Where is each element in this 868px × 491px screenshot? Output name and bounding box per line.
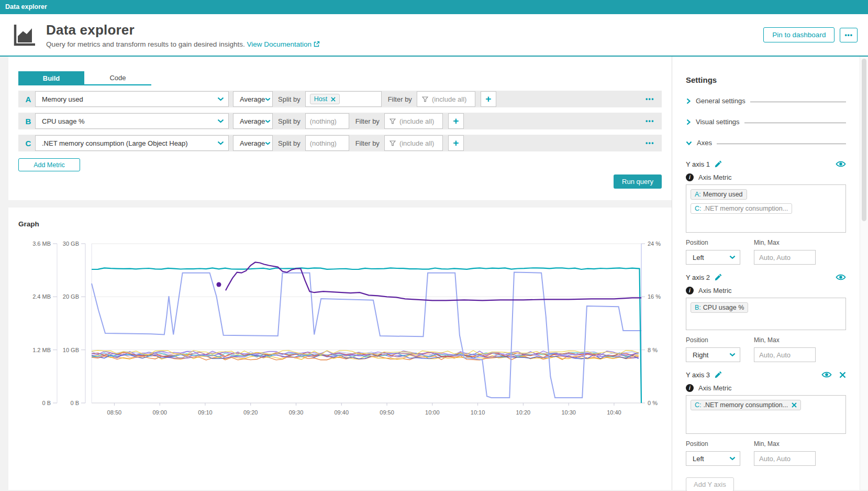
y-axis-3-minmax-input[interactable] (754, 451, 816, 466)
scrollbar[interactable] (860, 57, 868, 490)
run-query-row: Run query (18, 174, 662, 189)
remove-chip-icon[interactable] (792, 402, 797, 408)
run-query-button[interactable]: Run query (614, 174, 662, 189)
svg-text:09:40: 09:40 (335, 409, 349, 416)
y-axis-3-position-select[interactable]: Left (686, 451, 740, 466)
filter-input-c[interactable]: (include all) (384, 135, 443, 151)
y-axis-2-minmax-input[interactable] (754, 347, 816, 362)
add-filter-button-c[interactable]: + (448, 135, 464, 151)
y-axis-2-position-select[interactable]: Right (686, 347, 740, 362)
aggregation-select-c[interactable]: Average (233, 135, 273, 151)
chevron-down-icon (729, 353, 736, 357)
svg-text:09:50: 09:50 (380, 409, 394, 416)
add-metric-button[interactable]: Add Metric (18, 158, 80, 171)
chip-letter: C: (695, 205, 702, 212)
minmax-label: Min, Max (754, 336, 816, 344)
page-header: Data explorer Query for metrics and tran… (0, 14, 868, 57)
metric-name-b: CPU usage % (42, 117, 85, 125)
edit-pencil-icon[interactable] (714, 160, 722, 168)
add-filter-button-b[interactable]: + (448, 113, 464, 129)
position-label: Position (686, 336, 740, 344)
subtitle-text: Query for metrics and transform results … (46, 40, 245, 48)
section-visual-settings[interactable]: Visual settings (686, 118, 846, 126)
svg-text:0 %: 0 % (648, 400, 658, 406)
visibility-eye-icon[interactable] (836, 274, 846, 281)
filter-funnel-icon (390, 118, 396, 124)
metric-letter-c: C (21, 139, 35, 148)
chevron-right-icon (686, 98, 691, 104)
visibility-eye-icon[interactable] (836, 160, 846, 168)
settings-title: Settings (686, 75, 846, 84)
y-axis-1-minmax-input[interactable] (754, 250, 816, 265)
pin-to-dashboard-button[interactable]: Pin to dashboard (763, 27, 834, 42)
axis-metric-label: Axis Metric (698, 287, 732, 294)
svg-text:09:30: 09:30 (289, 409, 304, 416)
add-y-axis-button[interactable]: Add Y axis (686, 477, 734, 491)
edit-pencil-icon[interactable] (714, 370, 722, 379)
split-placeholder-c: (nothing) (310, 139, 337, 147)
y-axis-2-metric-box[interactable]: B:CPU usage % (686, 298, 846, 330)
section-axes[interactable]: Axes (686, 139, 846, 147)
filter-input-a[interactable]: (include all) (417, 91, 475, 107)
split-by-input-b[interactable]: (nothing) (305, 113, 349, 129)
svg-text:10:00: 10:00 (425, 409, 440, 416)
svg-text:10:30: 10:30 (561, 409, 576, 416)
filter-placeholder-c: (include all) (399, 139, 434, 147)
y-axis-3-metric-box[interactable]: C:.NET memory consumption... (686, 395, 846, 434)
split-placeholder-b: (nothing) (310, 117, 337, 125)
svg-text:3.6 MB: 3.6 MB (32, 241, 51, 247)
filter-funnel-icon (390, 140, 396, 146)
svg-text:10:10: 10:10 (471, 409, 485, 416)
y-axis-2-name: Y axis 2 (686, 274, 710, 281)
chip-label: .NET memory consumption... (704, 401, 788, 409)
svg-text:20 GB: 20 GB (63, 293, 79, 300)
section-divider (717, 144, 846, 144)
visibility-eye-icon[interactable] (821, 371, 832, 378)
doc-link-text: View Documentation (247, 40, 311, 48)
split-by-input-c[interactable]: (nothing) (305, 135, 349, 151)
split-chip-host[interactable]: Host (310, 94, 340, 104)
split-by-input-a[interactable]: Host (305, 91, 382, 107)
header-titles: Data explorer Query for metrics and tran… (46, 22, 763, 48)
metric-select-c[interactable]: .NET memory consumption (Large Object He… (35, 135, 229, 151)
aggregation-select-b[interactable]: Average (233, 113, 273, 129)
y-axis-3-block: Y axis 3 i Axis Metric C:.NET memory con… (686, 370, 846, 466)
chevron-down-icon (686, 140, 692, 146)
aggregation-value-a: Average (240, 95, 265, 103)
scrollbar-thumb[interactable] (862, 59, 866, 221)
tab-build[interactable]: Build (18, 71, 84, 85)
metric-more-button-a[interactable]: ••• (646, 95, 654, 103)
filter-input-b[interactable]: (include all) (384, 113, 443, 129)
remove-chip-icon[interactable] (331, 97, 336, 102)
metric-select-b[interactable]: CPU usage % (35, 113, 229, 129)
metric-select-a[interactable]: Memory used (35, 91, 229, 107)
axis-chip-c-ghost[interactable]: C:.NET memory consumption... (691, 203, 792, 214)
edit-pencil-icon[interactable] (714, 273, 722, 281)
y-axis-1-metric-box[interactable]: A:Memory used C:.NET memory consumption.… (686, 184, 846, 233)
metric-more-button-b[interactable]: ••• (646, 117, 654, 125)
chip-letter: A: (695, 191, 701, 198)
axis-chip-b[interactable]: B:CPU usage % (691, 302, 748, 313)
axis-chip-a[interactable]: A:Memory used (691, 189, 747, 200)
aggregation-select-a[interactable]: Average (233, 91, 273, 107)
filter-placeholder-b: (include all) (399, 117, 434, 125)
chevron-right-icon (686, 119, 691, 125)
header-more-button[interactable]: ••• (840, 28, 858, 42)
position-value: Left (693, 455, 704, 463)
metrics-chart[interactable]: 0 B0 B0 %1.2 MB10 GB8 %2.4 MB20 GB16 %3.… (18, 237, 672, 424)
add-filter-button-a[interactable]: + (481, 91, 496, 107)
svg-text:0 B: 0 B (70, 400, 79, 406)
view-documentation-link[interactable]: View Documentation (247, 40, 320, 48)
remove-axis-icon[interactable] (839, 372, 846, 378)
axis-metric-label: Axis Metric (698, 384, 732, 392)
y-axis-1-position-select[interactable]: Left (686, 250, 740, 265)
tab-code[interactable]: Code (84, 71, 151, 85)
metric-more-button-c[interactable]: ••• (646, 139, 654, 147)
axis-chip-c[interactable]: C:.NET memory consumption... (691, 400, 801, 410)
svg-text:30 GB: 30 GB (63, 241, 79, 247)
chip-letter: C: (695, 401, 702, 409)
info-icon: i (686, 287, 694, 294)
section-general-settings[interactable]: General settings (686, 97, 846, 105)
chevron-down-icon (265, 97, 271, 101)
svg-text:0 B: 0 B (42, 400, 51, 406)
